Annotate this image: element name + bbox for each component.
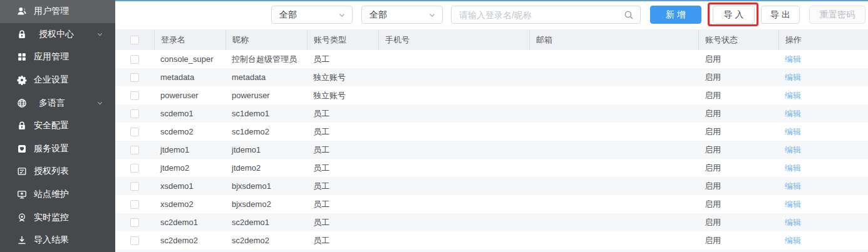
table-row: poweruserpoweruser独立账号启用编辑 <box>115 86 868 104</box>
cell-login: jtdemo2 <box>154 159 225 177</box>
cell-status: 启用 <box>698 213 778 231</box>
cell-status: 启用 <box>698 231 778 249</box>
user-table: 登录名昵称账号类型手机号邮箱账号状态操作 console_super控制台超级管… <box>115 29 868 252</box>
cell-status: 启用 <box>698 177 778 195</box>
filter-2-value: 全部 <box>369 9 387 21</box>
cell-type: 员工 <box>307 195 378 213</box>
sidebar-item-9[interactable]: 站点维护 <box>0 183 115 206</box>
sidebar-item-label: 授权列表 <box>34 166 69 177</box>
edit-link[interactable]: 编辑 <box>785 217 801 228</box>
row-checkbox-cell <box>115 104 154 123</box>
sidebar-item-6[interactable]: 安全配置 <box>0 114 115 138</box>
row-checkbox[interactable] <box>130 146 139 154</box>
table-header-row: 登录名昵称账号类型手机号邮箱账号状态操作 <box>115 29 868 50</box>
sidebar-item-label: 多语言 <box>39 98 65 109</box>
cell-actions: 编辑 <box>778 68 868 86</box>
column-header: 登录名 <box>154 29 225 50</box>
edit-link[interactable]: 编辑 <box>785 72 801 83</box>
cell-email <box>529 50 698 68</box>
row-checkbox[interactable] <box>130 164 139 173</box>
reset-password-button[interactable]: 重置密码 <box>809 6 865 24</box>
edit-link[interactable]: 编辑 <box>785 90 801 101</box>
cell-status: 启用 <box>698 68 778 86</box>
edit-link[interactable]: 编辑 <box>785 144 801 156</box>
edit-link[interactable]: 编辑 <box>785 181 801 192</box>
edit-link[interactable]: 编辑 <box>785 126 801 138</box>
edit-link[interactable]: 编辑 <box>785 163 801 174</box>
row-checkbox-cell <box>115 123 154 141</box>
sidebar-item-7[interactable]: 服务设置 <box>0 138 115 161</box>
webcam-icon <box>17 213 27 223</box>
row-checkbox[interactable] <box>130 109 139 118</box>
row-checkbox-cell <box>115 177 154 195</box>
cell-phone <box>378 141 529 159</box>
cell-email <box>529 159 698 177</box>
add-button[interactable]: 新 增 <box>650 6 701 24</box>
row-checkbox[interactable] <box>130 182 139 191</box>
row-checkbox[interactable] <box>130 236 139 245</box>
cell-nickname: jtdemo2 <box>225 159 307 177</box>
cell-actions: 编辑 <box>778 177 868 195</box>
cell-phone <box>378 195 529 213</box>
cell-login: sc2demo2 <box>154 231 225 249</box>
sidebar-item-label: 服务设置 <box>34 143 69 154</box>
lock-icon <box>17 29 27 39</box>
column-header: 操作 <box>778 29 868 50</box>
export-button[interactable]: 导 出 <box>761 6 800 24</box>
column-header: 昵称 <box>225 29 307 50</box>
sidebar-item-4[interactable]: 企业设置 <box>0 69 115 92</box>
edit-link[interactable]: 编辑 <box>785 54 801 65</box>
sidebar-item-1[interactable]: 用户管理 <box>0 0 115 23</box>
sidebar-item-label: 站点维护 <box>34 189 69 200</box>
column-header: 手机号 <box>378 29 529 50</box>
edit-link[interactable]: 编辑 <box>785 199 801 210</box>
row-checkbox[interactable] <box>130 91 139 100</box>
row-checkbox[interactable] <box>130 128 139 136</box>
row-checkbox[interactable] <box>130 73 139 82</box>
table-row: xsdemo2bjxsdemo2员工启用编辑 <box>115 195 868 213</box>
chevron-down-icon <box>338 11 346 19</box>
cell-login: poweruser <box>154 86 225 104</box>
cell-type: 员工 <box>307 123 378 141</box>
row-checkbox[interactable] <box>130 218 139 227</box>
edit-link[interactable]: 编辑 <box>785 108 801 119</box>
cell-email <box>529 231 698 249</box>
cell-nickname: bjxsdemo1 <box>225 177 307 195</box>
select-all-checkbox[interactable] <box>130 36 139 44</box>
row-checkbox[interactable] <box>130 55 139 64</box>
cell-email <box>529 141 698 159</box>
cell-phone <box>378 231 529 249</box>
sidebar-item-5[interactable]: 多语言 <box>0 91 115 114</box>
sidebar-item-11[interactable]: 导入结果 <box>0 229 115 252</box>
sidebar-item-8[interactable]: 授权列表 <box>0 160 115 183</box>
chevron-down-icon <box>96 31 103 38</box>
cell-phone <box>378 68 529 86</box>
content-top-accent <box>115 0 868 1</box>
cell-status: 启用 <box>698 159 778 177</box>
sidebar-item-2[interactable]: 授权中心 <box>0 23 115 46</box>
table-row: jtdemo1jtdemo1员工启用编辑 <box>115 141 868 159</box>
cell-type: 独立账号 <box>307 68 378 86</box>
cell-type: 独立账号 <box>307 86 378 104</box>
cell-type: 员工 <box>307 104 378 123</box>
sidebar-item-label: 用户管理 <box>34 6 69 17</box>
search-icon[interactable] <box>624 10 634 20</box>
import-button[interactable]: 导 入 <box>713 6 755 24</box>
sidebar-item-label: 授权中心 <box>39 29 74 40</box>
column-header: 账号状态 <box>698 29 778 50</box>
search-input[interactable] <box>452 10 620 20</box>
filter-dropdown-2[interactable]: 全部 <box>361 6 443 24</box>
cell-email <box>529 86 698 104</box>
row-checkbox[interactable] <box>130 200 139 209</box>
sidebar-item-3[interactable]: 应用管理 <box>0 46 115 69</box>
cell-login: xsdemo1 <box>154 177 225 195</box>
filter-dropdown-1[interactable]: 全部 <box>271 6 353 24</box>
table-row: metadatametadata独立账号启用编辑 <box>115 68 868 86</box>
edit-link[interactable]: 编辑 <box>785 235 801 246</box>
sidebar-item-10[interactable]: 实时监控 <box>0 206 115 229</box>
cell-actions: 编辑 <box>778 86 868 104</box>
cell-email <box>529 177 698 195</box>
sidebar-item-label: 应用管理 <box>34 51 69 63</box>
site-monitor-icon <box>17 189 27 199</box>
cell-status: 启用 <box>698 123 778 141</box>
